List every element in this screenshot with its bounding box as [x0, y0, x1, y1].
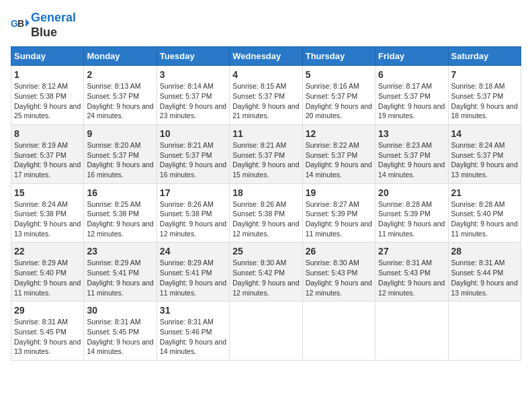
day-number: 7 — [451, 69, 518, 80]
cell-info: Sunrise: 8:31 AMSunset: 5:45 PMDaylight:… — [14, 318, 81, 355]
logo-text: GeneralBlue — [31, 11, 76, 40]
calendar-cell: 24Sunrise: 8:29 AMSunset: 5:41 PMDayligh… — [157, 242, 229, 302]
calendar-cell: 30Sunrise: 8:31 AMSunset: 5:45 PMDayligh… — [84, 302, 157, 361]
calendar-cell: 19Sunrise: 8:27 AMSunset: 5:39 PMDayligh… — [302, 183, 375, 242]
calendar-week: 22Sunrise: 8:29 AMSunset: 5:40 PMDayligh… — [11, 242, 521, 302]
cell-info: Sunrise: 8:30 AMSunset: 5:42 PMDaylight:… — [232, 259, 299, 296]
day-number: 4 — [232, 69, 299, 80]
day-number: 30 — [87, 305, 153, 316]
day-number: 26 — [306, 246, 372, 257]
svg-marker-2 — [26, 19, 30, 27]
day-number: 19 — [306, 187, 372, 198]
calendar-cell: 10Sunrise: 8:21 AMSunset: 5:37 PMDayligh… — [157, 124, 229, 183]
cell-info: Sunrise: 8:18 AMSunset: 5:37 PMDaylight:… — [451, 82, 518, 120]
calendar-cell: 22Sunrise: 8:29 AMSunset: 5:40 PMDayligh… — [11, 242, 84, 302]
cell-info: Sunrise: 8:29 AMSunset: 5:40 PMDaylight:… — [14, 259, 81, 296]
cell-info: Sunrise: 8:29 AMSunset: 5:41 PMDaylight:… — [160, 259, 226, 296]
calendar-week: 29Sunrise: 8:31 AMSunset: 5:45 PMDayligh… — [11, 302, 521, 361]
weekday-header: Wednesday — [230, 47, 302, 66]
cell-info: Sunrise: 8:25 AMSunset: 5:38 PMDaylight:… — [87, 200, 153, 238]
calendar-cell: 4Sunrise: 8:15 AMSunset: 5:37 PMDaylight… — [230, 66, 302, 125]
calendar-cell: 9Sunrise: 8:20 AMSunset: 5:37 PMDaylight… — [84, 124, 157, 183]
day-number: 9 — [87, 128, 153, 139]
day-number: 2 — [87, 69, 153, 80]
calendar-cell: 26Sunrise: 8:30 AMSunset: 5:43 PMDayligh… — [302, 242, 375, 302]
calendar-cell — [302, 302, 375, 361]
day-number: 13 — [378, 128, 445, 139]
cell-info: Sunrise: 8:23 AMSunset: 5:37 PMDaylight:… — [378, 141, 445, 179]
page-header: G B GeneralBlue — [11, 11, 521, 40]
calendar-cell: 15Sunrise: 8:24 AMSunset: 5:38 PMDayligh… — [11, 183, 84, 242]
day-number: 11 — [232, 128, 299, 139]
cell-info: Sunrise: 8:20 AMSunset: 5:37 PMDaylight:… — [87, 141, 153, 179]
calendar-cell: 11Sunrise: 8:21 AMSunset: 5:37 PMDayligh… — [230, 124, 302, 183]
day-number: 17 — [160, 187, 226, 198]
calendar-cell: 27Sunrise: 8:31 AMSunset: 5:43 PMDayligh… — [375, 242, 448, 302]
cell-info: Sunrise: 8:15 AMSunset: 5:37 PMDaylight:… — [232, 82, 299, 120]
day-number: 25 — [232, 246, 299, 257]
calendar-cell: 12Sunrise: 8:22 AMSunset: 5:37 PMDayligh… — [302, 124, 375, 183]
calendar-cell: 6Sunrise: 8:17 AMSunset: 5:37 PMDaylight… — [375, 66, 448, 125]
day-number: 14 — [451, 128, 518, 139]
calendar-cell: 8Sunrise: 8:19 AMSunset: 5:37 PMDaylight… — [11, 124, 84, 183]
weekday-header: Sunday — [11, 47, 84, 66]
calendar-cell: 31Sunrise: 8:31 AMSunset: 5:46 PMDayligh… — [157, 302, 229, 361]
cell-info: Sunrise: 8:16 AMSunset: 5:37 PMDaylight:… — [306, 82, 372, 120]
cell-info: Sunrise: 8:19 AMSunset: 5:37 PMDaylight:… — [14, 141, 81, 179]
calendar-week: 8Sunrise: 8:19 AMSunset: 5:37 PMDaylight… — [11, 124, 521, 183]
calendar-body: 1Sunrise: 8:12 AMSunset: 5:38 PMDaylight… — [11, 66, 521, 361]
calendar-cell: 17Sunrise: 8:26 AMSunset: 5:38 PMDayligh… — [157, 183, 229, 242]
logo-icon: G B — [11, 16, 30, 35]
calendar-header: SundayMondayTuesdayWednesdayThursdayFrid… — [11, 47, 521, 66]
weekday-header: Tuesday — [157, 47, 229, 66]
cell-info: Sunrise: 8:28 AMSunset: 5:40 PMDaylight:… — [451, 200, 518, 238]
day-number: 29 — [14, 305, 81, 316]
cell-info: Sunrise: 8:24 AMSunset: 5:38 PMDaylight:… — [14, 200, 81, 238]
cell-info: Sunrise: 8:14 AMSunset: 5:37 PMDaylight:… — [160, 82, 226, 120]
weekday-header: Friday — [375, 47, 448, 66]
cell-info: Sunrise: 8:21 AMSunset: 5:37 PMDaylight:… — [232, 141, 299, 179]
calendar-cell: 1Sunrise: 8:12 AMSunset: 5:38 PMDaylight… — [11, 66, 84, 125]
calendar-cell: 23Sunrise: 8:29 AMSunset: 5:41 PMDayligh… — [84, 242, 157, 302]
cell-info: Sunrise: 8:28 AMSunset: 5:39 PMDaylight:… — [378, 200, 445, 238]
cell-info: Sunrise: 8:24 AMSunset: 5:37 PMDaylight:… — [451, 141, 518, 179]
cell-info: Sunrise: 8:13 AMSunset: 5:37 PMDaylight:… — [87, 82, 153, 120]
day-number: 28 — [451, 246, 518, 257]
calendar-cell: 13Sunrise: 8:23 AMSunset: 5:37 PMDayligh… — [375, 124, 448, 183]
day-number: 8 — [14, 128, 81, 139]
weekday-header: Saturday — [448, 47, 521, 66]
day-number: 31 — [160, 305, 226, 316]
calendar-cell: 2Sunrise: 8:13 AMSunset: 5:37 PMDaylight… — [84, 66, 157, 125]
cell-info: Sunrise: 8:31 AMSunset: 5:44 PMDaylight:… — [451, 259, 518, 296]
day-number: 16 — [87, 187, 153, 198]
cell-info: Sunrise: 8:12 AMSunset: 5:38 PMDaylight:… — [14, 82, 81, 120]
calendar-cell: 25Sunrise: 8:30 AMSunset: 5:42 PMDayligh… — [230, 242, 302, 302]
calendar-cell: 18Sunrise: 8:26 AMSunset: 5:38 PMDayligh… — [230, 183, 302, 242]
day-number: 10 — [160, 128, 226, 139]
cell-info: Sunrise: 8:31 AMSunset: 5:45 PMDaylight:… — [87, 318, 153, 355]
calendar-week: 1Sunrise: 8:12 AMSunset: 5:38 PMDaylight… — [11, 66, 521, 125]
calendar-cell: 20Sunrise: 8:28 AMSunset: 5:39 PMDayligh… — [375, 183, 448, 242]
calendar-cell: 16Sunrise: 8:25 AMSunset: 5:38 PMDayligh… — [84, 183, 157, 242]
calendar-week: 15Sunrise: 8:24 AMSunset: 5:38 PMDayligh… — [11, 183, 521, 242]
cell-info: Sunrise: 8:31 AMSunset: 5:43 PMDaylight:… — [378, 259, 445, 296]
logo: G B GeneralBlue — [11, 11, 76, 40]
day-number: 5 — [306, 69, 372, 80]
calendar-cell: 29Sunrise: 8:31 AMSunset: 5:45 PMDayligh… — [11, 302, 84, 361]
day-number: 18 — [232, 187, 299, 198]
calendar-cell: 21Sunrise: 8:28 AMSunset: 5:40 PMDayligh… — [448, 183, 521, 242]
cell-info: Sunrise: 8:30 AMSunset: 5:43 PMDaylight:… — [306, 259, 372, 296]
day-number: 6 — [378, 69, 445, 80]
cell-info: Sunrise: 8:17 AMSunset: 5:37 PMDaylight:… — [378, 82, 445, 120]
calendar-cell: 14Sunrise: 8:24 AMSunset: 5:37 PMDayligh… — [448, 124, 521, 183]
day-number: 1 — [14, 69, 81, 80]
calendar-cell — [375, 302, 448, 361]
cell-info: Sunrise: 8:26 AMSunset: 5:38 PMDaylight:… — [232, 200, 299, 238]
calendar-cell: 7Sunrise: 8:18 AMSunset: 5:37 PMDaylight… — [448, 66, 521, 125]
cell-info: Sunrise: 8:26 AMSunset: 5:38 PMDaylight:… — [160, 200, 226, 238]
cell-info: Sunrise: 8:22 AMSunset: 5:37 PMDaylight:… — [306, 141, 372, 179]
day-number: 23 — [87, 246, 153, 257]
day-number: 3 — [160, 69, 226, 80]
calendar-cell: 5Sunrise: 8:16 AMSunset: 5:37 PMDaylight… — [302, 66, 375, 125]
day-number: 21 — [451, 187, 518, 198]
